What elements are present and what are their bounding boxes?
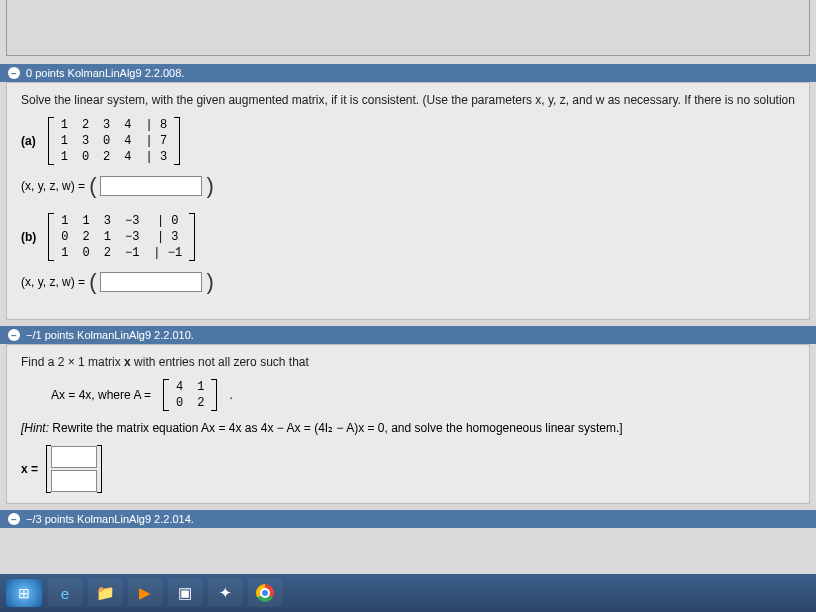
app-icon[interactable]: ▣ [168,579,202,607]
prompt-suffix: with entries not all zero such that [131,355,309,369]
chrome-icon[interactable] [248,579,282,607]
answer-a-label: (x, y, z, w) = [21,179,85,193]
question-3-panel: Find a 2 × 1 matrix x with entries not a… [6,344,810,504]
part-b: (b) 113−3| 0021−3| 3102−1| −1 [21,213,795,261]
paren-right-icon: ) [206,173,213,199]
x2-input[interactable] [51,470,97,492]
paren-right-icon: ) [206,269,213,295]
app2-icon[interactable]: ✦ [208,579,242,607]
prompt-prefix: Find a 2 × 1 matrix [21,355,124,369]
hint-open: [Hint: [21,421,49,435]
media-icon[interactable]: ▶ [128,579,162,607]
ie-icon[interactable]: e [48,579,82,607]
start-button[interactable]: ⊞ [6,579,42,607]
question-3-prompt: Find a 2 × 1 matrix x with entries not a… [21,355,795,369]
matrix-a: 1234| 81304| 71024| 3 [48,117,180,165]
matrix-A2: 4102 [163,379,217,411]
expand-icon[interactable]: − [8,67,20,79]
question-2-panel: Solve the linear system, with the given … [6,82,810,320]
equation-line: Ax = 4x, where A = 4102 . [21,379,795,411]
period: . [229,388,232,402]
expand-icon[interactable]: − [8,513,20,525]
answer-a-input[interactable] [100,176,202,196]
x1-input[interactable] [51,446,97,468]
expand-icon[interactable]: − [8,329,20,341]
header-text: −/3 points KolmanLinAlg9 2.2.014. [26,513,194,525]
answer-b-input[interactable] [100,272,202,292]
prompt-bold: x [124,355,131,369]
matrix-b: 113−3| 0021−3| 3102−1| −1 [48,213,195,261]
part-a: (a) 1234| 81304| 71024| 3 [21,117,795,165]
eq-left: Ax = 4x, where A = [51,388,151,402]
header-text: −/1 points KolmanLinAlg9 2.2.010. [26,329,194,341]
hint-rest: Rewrite the matrix equation Ax = 4x as 4… [49,421,623,435]
x-vector-input [46,445,102,493]
question-2-prompt: Solve the linear system, with the given … [21,93,795,107]
part-b-label: (b) [21,230,36,244]
hint-line: [Hint: Rewrite the matrix equation Ax = … [21,421,795,435]
answer-b-label: (x, y, z, w) = [21,275,85,289]
explorer-icon[interactable]: 📁 [88,579,122,607]
x-label: x = [21,462,38,476]
answer-a: (x, y, z, w) = ( ) [21,173,795,199]
answer-x: x = [21,445,795,493]
taskbar[interactable]: ⊞ e 📁 ▶ ▣ ✦ [0,574,816,612]
answer-b: (x, y, z, w) = ( ) [21,269,795,295]
header-text: 0 points KolmanLinAlg9 2.2.008. [26,67,184,79]
question-2-header: − 0 points KolmanLinAlg9 2.2.008. [0,64,816,82]
empty-top-region [6,0,810,56]
part-a-label: (a) [21,134,36,148]
paren-left-icon: ( [89,269,96,295]
question-3-header: − −/1 points KolmanLinAlg9 2.2.010. [0,326,816,344]
paren-left-icon: ( [89,173,96,199]
question-4-header: − −/3 points KolmanLinAlg9 2.2.014. [0,510,816,528]
